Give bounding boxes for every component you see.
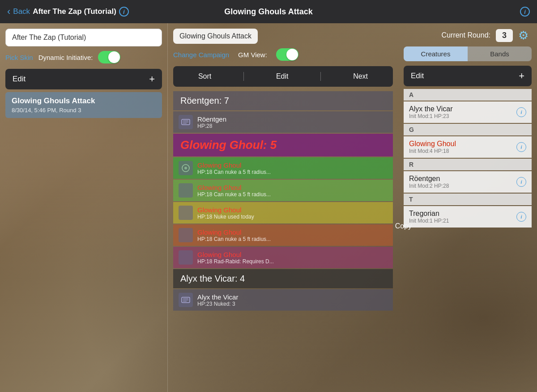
tab-bands[interactable]: Bands (468, 46, 532, 61)
right-edit-label[interactable]: Edit (411, 72, 424, 80)
encounter-edit-bar: Edit + (5, 69, 162, 89)
ghoul5-icon (179, 250, 193, 265)
init-item-ghoul-5[interactable]: Glowing Ghoul HP:18 Rad-Rabid: Requires … (173, 247, 393, 268)
encounter-item[interactable]: Glowing Ghouls Attack 8/30/14, 5:46 PM, … (5, 92, 162, 118)
add-encounter-button[interactable]: + (149, 73, 155, 85)
alyx-info: Alyx the Vicar Init Mod:1 HP:23 (409, 105, 516, 119)
ghoul4-icon (179, 228, 193, 242)
roentgen-content: Röentgen HP:28 (197, 115, 226, 129)
divider1 (243, 72, 244, 81)
right-top-row: Current Round: 3 ⚙ (404, 29, 532, 42)
encounter-edit-label[interactable]: Edit (13, 75, 26, 84)
ghoul-info: Glowing Ghoul Init Mod:4 HP:18 (409, 140, 516, 154)
ghoul1-name: Glowing Ghoul (197, 161, 271, 169)
group-header-roentgen: Röentgen: 7 (173, 91, 393, 110)
group-title-ghoul: Glowing Ghoul: 5 (180, 138, 277, 152)
section-r-header: R (404, 159, 532, 170)
nav-title: Glowing Ghouls Attack (173, 7, 364, 17)
group-title-roentgen: Röentgen: 7 (180, 96, 229, 105)
group-title-alyx: Alyx the Vicar: 4 (180, 274, 245, 283)
nav-right: i (364, 7, 530, 17)
init-item-roentgen[interactable]: Röentgen HP:28 (173, 111, 393, 133)
add-creature-button[interactable]: + (519, 70, 524, 82)
roentgen-detail: HP:28 (197, 123, 226, 129)
encounter-badge: Glowing Ghouls Attack (173, 29, 258, 44)
nav-left: ‹ Back After The Zap (Tutorial) i (7, 6, 173, 17)
edit-button[interactable]: Edit (267, 71, 298, 82)
alyx-content: Alyx the Vicar HP:23 Nuked: 3 (197, 293, 238, 307)
ghoul2-detail: HP:18 Can nuke a 5 ft radius... (197, 191, 271, 198)
ghoul3-name: Glowing Ghoul (197, 206, 254, 214)
initiative-list: Röentgen: 7 Röentgen HP:28 (173, 91, 393, 387)
init-item-ghoul-2[interactable]: Glowing Ghoul HP:18 Can nuke a 5 ft radi… (173, 180, 393, 201)
pick-skin-button[interactable]: Pick Skin (5, 54, 33, 61)
divider2 (320, 72, 321, 81)
creature-row-alyx[interactable]: Alyx the Vicar Init Mod:1 HP:23 i (404, 101, 532, 123)
ghoul5-name: Glowing Ghoul (197, 251, 274, 258)
group-header-alyx: Alyx the Vicar: 4 (173, 269, 393, 288)
campaign-input[interactable] (5, 29, 162, 46)
alyx-vicar-detail: Init Mod:1 HP:23 (409, 113, 516, 119)
alyx-vicar-info-icon[interactable]: i (516, 107, 526, 117)
encounter-date: 8/30/14, 5:46 PM, Round 3 (12, 107, 156, 114)
section-letter-t: T (409, 196, 413, 203)
ghoul1-content: Glowing Ghoul HP:18 Can nuke a 5 ft radi… (197, 161, 271, 175)
dynamic-initiative-toggle[interactable] (98, 51, 120, 63)
campaign-info-icon[interactable]: i (119, 7, 129, 17)
creature-row-roentgen[interactable]: Röentgen Init Mod:2 HP:28 i (404, 171, 532, 193)
ghoul-creature-name: Glowing Ghoul (409, 140, 516, 148)
segment-control: Creatures Bands (404, 46, 532, 61)
ghoul5-content: Glowing Ghoul HP:18 Rad-Rabid: Requires … (197, 251, 274, 265)
roentgen-icon (179, 115, 193, 129)
group-header-ghoul: Glowing Ghoul: 5 (173, 134, 393, 156)
alyx-icon (179, 293, 193, 307)
ghoul2-name: Glowing Ghoul (197, 184, 271, 191)
tregorian-detail: Init Mod:1 HP:21 (409, 218, 516, 224)
back-button[interactable]: Back (13, 7, 30, 16)
roentgen-name: Röentgen (197, 115, 226, 123)
ghoul3-icon (179, 206, 193, 220)
init-item-ghoul-4[interactable]: Glowing Ghoul HP:18 Can nuke a 5 ft radi… (173, 224, 393, 246)
back-arrow-icon[interactable]: ‹ (7, 6, 10, 17)
init-item-alyx[interactable]: Alyx the Vicar HP:23 Nuked: 3 (173, 289, 393, 311)
roentgen-info-icon[interactable]: i (516, 177, 526, 187)
tregorian-info-icon[interactable]: i (516, 212, 526, 222)
roentgen-info: Röentgen Init Mod:2 HP:28 (409, 175, 516, 189)
init-item-ghoul-1[interactable]: Glowing Ghoul HP:18 Can nuke a 5 ft radi… (173, 157, 393, 179)
svg-point-5 (184, 167, 187, 169)
middle-panel: Glowing Ghouls Attack Change Campaign GM… (168, 23, 398, 392)
right-edit-bar: Edit + (404, 66, 532, 86)
alyx-detail: HP:23 Nuked: 3 (197, 301, 238, 307)
section-a-header: A (404, 89, 532, 101)
ghoul-creature-detail: Init Mod:4 HP:18 (409, 148, 516, 154)
ghoul4-name: Glowing Ghoul (197, 228, 271, 236)
tab-creatures[interactable]: Creatures (404, 46, 468, 61)
middle-second-row: Change Campaign GM View: (173, 48, 393, 61)
next-button[interactable]: Next (344, 71, 377, 82)
sort-button[interactable]: Sort (189, 71, 220, 82)
current-round-label: Current Round: (442, 31, 490, 39)
alyx-name: Alyx the Vicar (197, 293, 238, 301)
init-item-ghoul-3[interactable]: Glowing Ghoul HP:18 Nuke used today (173, 202, 393, 223)
ghoul4-content: Glowing Ghoul HP:18 Can nuke a 5 ft radi… (197, 228, 271, 242)
tregorian-info: Tregorian Init Mod:1 HP:21 (409, 210, 516, 224)
section-letter-r: R (409, 161, 413, 168)
section-letter-g: G (409, 126, 414, 133)
gm-view-toggle[interactable] (276, 48, 298, 61)
change-campaign-button[interactable]: Change Campaign (173, 51, 229, 59)
skin-row: Pick Skin Dynamic Initiative: (5, 51, 162, 63)
ghoul1-icon (179, 161, 193, 175)
dynamic-initiative-label: Dynamic Initiative: (38, 54, 93, 61)
gear-icon[interactable]: ⚙ (518, 29, 532, 42)
action-bar: Sort Edit Next (173, 66, 393, 87)
creature-row-tregorian[interactable]: Tregorian Init Mod:1 HP:21 i (404, 206, 532, 228)
top-nav: ‹ Back After The Zap (Tutorial) i Glowin… (0, 0, 537, 23)
section-letter-a: A (409, 91, 413, 98)
toggle-knob (108, 51, 120, 63)
section-t-header: T (404, 194, 532, 205)
creature-row-ghoul[interactable]: Glowing Ghoul Init Mod:4 HP:18 i (404, 136, 532, 158)
right-panel: Current Round: 3 ⚙ Creatures Bands Edit … (398, 23, 537, 392)
ghoul-info-icon[interactable]: i (516, 142, 526, 152)
main-info-icon[interactable]: i (520, 7, 530, 17)
ghoul1-detail: HP:18 Can nuke a 5 ft radius... (197, 169, 271, 175)
